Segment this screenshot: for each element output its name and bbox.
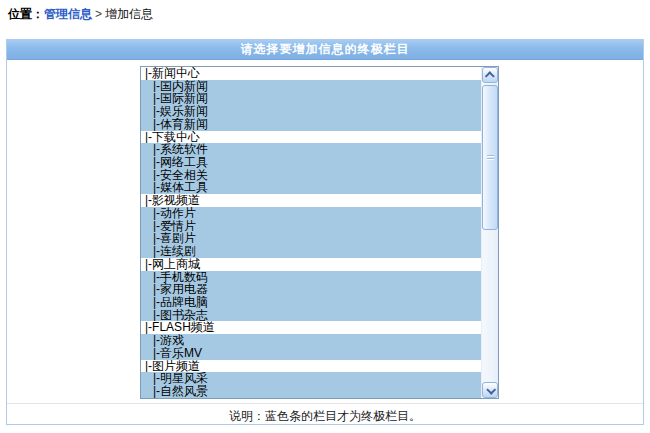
page: { "breadcrumb": { "label": "位置：", "link"… [0, 0, 650, 433]
list-item[interactable]: |-音乐MV [141, 347, 481, 360]
list-item[interactable]: |-安全相关 [141, 169, 481, 182]
list-item[interactable]: |-图书杂志 [141, 309, 481, 322]
list-item[interactable]: |-手机数码 [141, 271, 481, 284]
list-item[interactable]: |-娱乐新闻 [141, 105, 481, 118]
list-item[interactable]: |-下载中心 [141, 131, 481, 144]
footer-note: 说明：蓝色条的栏目才为终极栏目。 [7, 408, 643, 425]
scrollbar-thumb[interactable] [482, 85, 498, 230]
column-listbox[interactable]: |-新闻中心|-国内新闻|-国际新闻|-娱乐新闻|-体育新闻|-下载中心|-系统… [140, 66, 499, 399]
scroll-up-button[interactable] [482, 67, 498, 83]
column-list: |-新闻中心|-国内新闻|-国际新闻|-娱乐新闻|-体育新闻|-下载中心|-系统… [141, 67, 481, 398]
list-item[interactable]: |-喜剧片 [141, 232, 481, 245]
list-item[interactable]: |-游戏 [141, 334, 481, 347]
breadcrumb-separator: > [92, 7, 105, 21]
list-item[interactable]: |-影视频道 [141, 194, 481, 207]
list-item[interactable]: |-图片频道 [141, 360, 481, 373]
breadcrumb: 位置：管理信息>增加信息 [8, 6, 153, 22]
list-item[interactable]: |-动作片 [141, 207, 481, 220]
list-item[interactable]: |-连续剧 [141, 245, 481, 258]
list-item[interactable]: |-网络工具 [141, 156, 481, 169]
list-item[interactable]: |-国内新闻 [141, 80, 481, 93]
scrollbar[interactable] [481, 67, 498, 398]
list-item[interactable]: |-FLASH频道 [141, 321, 481, 334]
breadcrumb-label: 位置： [8, 7, 44, 21]
list-item[interactable]: |-系统软件 [141, 143, 481, 156]
breadcrumb-current: 增加信息 [105, 7, 153, 21]
footer-divider [7, 403, 643, 404]
list-item[interactable]: |-国际新闻 [141, 92, 481, 105]
breadcrumb-link-manage-info[interactable]: 管理信息 [44, 7, 92, 21]
list-item[interactable]: |-媒体工具 [141, 181, 481, 194]
list-item[interactable]: |-体育新闻 [141, 118, 481, 131]
list-item[interactable]: |-新闻中心 [141, 67, 481, 80]
list-item[interactable]: |-家用电器 [141, 283, 481, 296]
scroll-down-button[interactable] [482, 382, 498, 398]
add-info-panel: 请选择要增加信息的终极栏目 |-新闻中心|-国内新闻|-国际新闻|-娱乐新闻|-… [6, 39, 644, 425]
list-item[interactable]: |-品牌电脑 [141, 296, 481, 309]
list-item[interactable]: |-明星风采 [141, 372, 481, 385]
list-item[interactable]: |-网上商城 [141, 258, 481, 271]
panel-title: 请选择要增加信息的终极栏目 [7, 40, 643, 60]
scrollbar-grip-icon [487, 155, 494, 161]
list-item[interactable]: |-自然风景 [141, 385, 481, 398]
chevron-down-icon [486, 384, 496, 394]
chevron-up-icon [484, 71, 494, 81]
list-item[interactable]: |-爱情片 [141, 220, 481, 233]
